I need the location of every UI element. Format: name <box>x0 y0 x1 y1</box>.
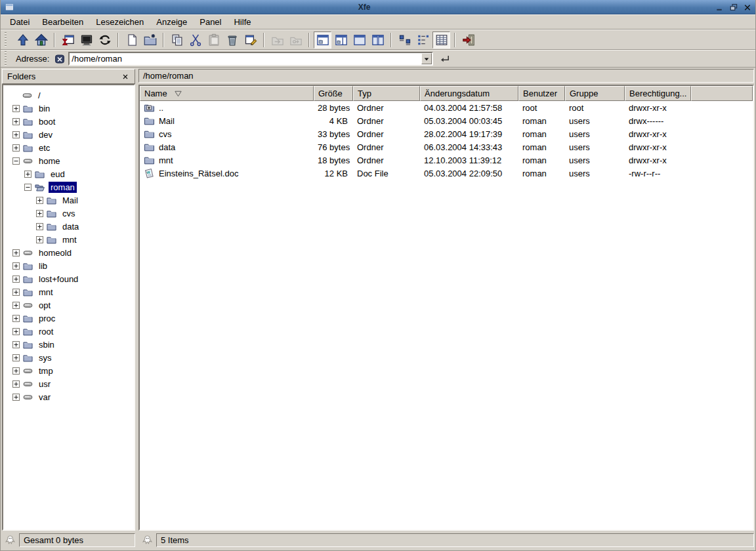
menu-item-anzeige[interactable]: Anzeige <box>156 17 187 27</box>
tree-item-homeold[interactable]: homeold <box>3 246 134 259</box>
tree-item-label: mnt <box>60 234 79 245</box>
expand-icon[interactable] <box>12 354 20 361</box>
tree-item-usr[interactable]: usr <box>3 377 134 390</box>
expand-icon[interactable] <box>12 289 20 296</box>
trash-icon[interactable] <box>223 31 241 49</box>
expand-icon[interactable] <box>12 315 20 322</box>
addressbar-gripper[interactable] <box>5 51 9 67</box>
tree-item-item[interactable]: / <box>3 89 134 102</box>
file-row-item[interactable]: ..28 bytesOrdner04.03.2004 21:57:58rootr… <box>140 101 753 114</box>
expand-icon[interactable] <box>12 276 20 283</box>
column-header-benutzer[interactable]: Benutzer <box>518 86 565 101</box>
tree-item-eud[interactable]: eud <box>3 167 134 180</box>
detail-list-icon[interactable] <box>432 31 450 49</box>
tree-item-mnt[interactable]: mnt <box>3 233 134 246</box>
menu-item-datei[interactable]: Datei <box>10 17 30 27</box>
expand-icon[interactable] <box>12 328 20 335</box>
expand-icon[interactable] <box>24 171 32 178</box>
tree-item-sbin[interactable]: sbin <box>3 338 134 351</box>
expand-icon[interactable] <box>12 105 20 112</box>
close-icon[interactable] <box>741 2 752 12</box>
link-icon <box>287 31 304 49</box>
column-header-berechtigung[interactable]: Berechtigung... <box>625 86 691 101</box>
clear-location-icon[interactable] <box>54 53 66 65</box>
menu-item-bearbeiten[interactable]: Bearbeiten <box>42 17 83 27</box>
address-input[interactable] <box>70 53 421 64</box>
new-file-icon[interactable] <box>123 31 140 49</box>
column-header-gruppe[interactable]: Gruppe <box>565 86 625 101</box>
tree-item-opt[interactable]: opt <box>3 298 134 312</box>
tree-item-data[interactable]: data <box>3 220 134 233</box>
file-row-cvs[interactable]: cvs33 bytesOrdner28.02.2004 19:17:39roma… <box>140 127 753 140</box>
goto-location-icon[interactable] <box>59 31 77 49</box>
tree-item-cvs[interactable]: cvs <box>3 207 134 220</box>
column-header-typ[interactable]: Typ <box>353 86 420 101</box>
minimize-icon[interactable] <box>713 2 724 12</box>
tree-item-lost-found[interactable]: lost+found <box>3 272 134 285</box>
collapse-icon[interactable] <box>12 157 20 165</box>
file-row-data[interactable]: data76 bytesOrdner06.03.2004 14:33:43rom… <box>140 140 753 153</box>
tree-item-var[interactable]: var <box>3 390 134 403</box>
tree-item-mail[interactable]: Mail <box>3 194 134 207</box>
column-header-gr-e[interactable]: Größe <box>314 86 353 101</box>
expand-icon[interactable] <box>12 144 20 152</box>
tree-item-lib[interactable]: lib <box>3 259 134 272</box>
cut-icon[interactable] <box>186 31 204 49</box>
terminal-icon[interactable] <box>77 31 95 49</box>
restore-icon[interactable] <box>727 2 738 12</box>
tree-item-etc[interactable]: etc <box>3 141 134 154</box>
tree-item-tmp[interactable]: tmp <box>3 364 134 377</box>
tree-item-root[interactable]: root <box>3 325 134 338</box>
tree-item-home[interactable]: home <box>3 154 134 167</box>
expand-icon[interactable] <box>36 197 43 204</box>
go-home-icon[interactable] <box>32 31 50 49</box>
copy-icon[interactable] <box>168 31 186 49</box>
exit-icon[interactable] <box>459 31 477 49</box>
expand-icon[interactable] <box>12 262 20 270</box>
expand-icon[interactable] <box>12 394 20 401</box>
file-row-mail[interactable]: Mail4 KBOrdner05.03.2004 00:03:45romanus… <box>140 114 753 127</box>
panel-tree-two-icon[interactable] <box>332 31 350 49</box>
enter-icon[interactable] <box>438 52 452 66</box>
chevron-down-icon[interactable] <box>421 53 432 64</box>
refresh-icon[interactable] <box>96 31 114 49</box>
folder-icon <box>144 142 155 152</box>
collapse-icon[interactable] <box>24 184 32 191</box>
go-up-icon[interactable] <box>14 31 32 49</box>
expand-icon[interactable] <box>36 210 43 217</box>
tree-item-proc[interactable]: proc <box>3 312 134 325</box>
tree-item-sys[interactable]: sys <box>3 351 134 364</box>
small-icons-icon[interactable] <box>414 31 432 49</box>
new-folder-icon[interactable] <box>141 31 159 49</box>
file-row-mnt[interactable]: mnt18 bytesOrdner12.10.2003 11:39:12roma… <box>140 153 753 167</box>
expand-icon[interactable] <box>12 302 20 309</box>
big-icons-icon[interactable] <box>396 31 413 49</box>
column-header-nderungsdatum[interactable]: Änderungsdatum <box>420 86 518 101</box>
menu-item-lesezeichen[interactable]: Lesezeichen <box>96 17 144 27</box>
folder-icon <box>22 314 34 323</box>
menu-item-panel[interactable]: Panel <box>200 17 221 27</box>
tree-item-mnt[interactable]: mnt <box>3 285 134 298</box>
properties-icon[interactable] <box>242 31 259 49</box>
titlebar[interactable]: Xfe <box>1 0 755 14</box>
menu-item-hilfe[interactable]: Hilfe <box>234 17 251 27</box>
column-header-name[interactable]: Name <box>140 86 314 101</box>
expand-icon[interactable] <box>12 131 20 138</box>
expand-icon[interactable] <box>12 118 20 125</box>
expand-icon[interactable] <box>12 380 20 388</box>
tree-item-bin[interactable]: bin <box>3 102 134 115</box>
tree-item-dev[interactable]: dev <box>3 128 134 141</box>
toolbar-gripper[interactable] <box>5 32 9 48</box>
close-icon[interactable] <box>121 72 130 81</box>
expand-icon[interactable] <box>36 223 43 230</box>
panel-two-icon[interactable] <box>369 31 387 49</box>
tree-item-boot[interactable]: boot <box>3 115 134 128</box>
panel-one-icon[interactable] <box>350 31 368 49</box>
expand-icon[interactable] <box>12 341 20 348</box>
expand-icon[interactable] <box>36 236 43 243</box>
expand-icon[interactable] <box>12 249 20 256</box>
tree-item-roman[interactable]: roman <box>3 180 134 194</box>
file-row-einsteins-r-tsel-doc[interactable]: WEinsteins_Rätsel.doc12 KBDoc File05.03.… <box>140 167 753 180</box>
panel-tree-one-icon[interactable] <box>314 31 331 49</box>
expand-icon[interactable] <box>12 367 20 375</box>
